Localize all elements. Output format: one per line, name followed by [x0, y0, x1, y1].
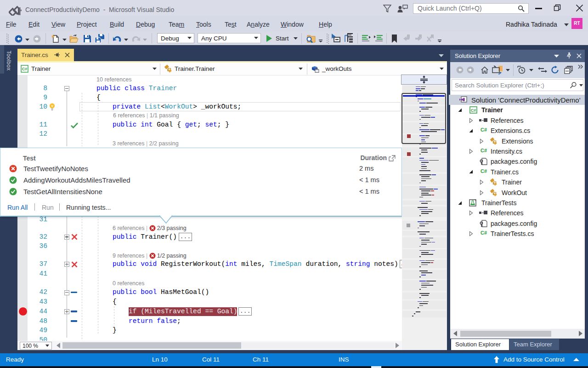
svg-text:C#: C#: [22, 67, 28, 71]
svg-text:C#: C#: [471, 108, 476, 113]
